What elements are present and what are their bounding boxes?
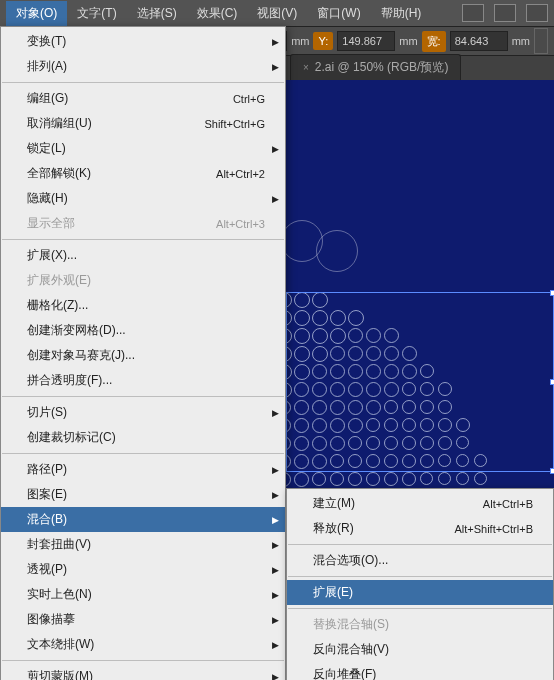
submenu-arrow-icon: ▶ xyxy=(272,540,279,550)
menu-shortcut: Alt+Ctrl+B xyxy=(483,498,533,510)
menu-shortcut: Alt+Ctrl+2 xyxy=(216,168,265,180)
menu-item-label: 路径(P) xyxy=(27,461,67,478)
menu-item[interactable]: 扩展(X)... xyxy=(1,243,285,268)
menu-item[interactable]: 创建对象马赛克(J)... xyxy=(1,343,285,368)
menu-item[interactable]: 混合(B)▶ xyxy=(1,507,285,532)
tab-title: 2.ai @ 150% (RGB/预览) xyxy=(315,59,449,76)
menu-item[interactable]: 隐藏(H)▶ xyxy=(1,186,285,211)
menu-item-label: 栅格化(Z)... xyxy=(27,297,88,314)
submenu-arrow-icon: ▶ xyxy=(272,465,279,475)
submenu-item-label: 扩展(E) xyxy=(313,584,353,601)
layout-icon[interactable] xyxy=(462,4,484,22)
menu-item[interactable]: 栅格化(Z)... xyxy=(1,293,285,318)
submenu-arrow-icon: ▶ xyxy=(272,640,279,650)
close-icon[interactable]: × xyxy=(303,62,309,73)
menu-shortcut: Ctrl+G xyxy=(233,93,265,105)
submenu-arrow-icon: ▶ xyxy=(272,515,279,525)
menu-shortcut: Alt+Ctrl+3 xyxy=(216,218,265,230)
menubar-item[interactable]: 窗口(W) xyxy=(307,1,370,26)
menu-item[interactable]: 创建渐变网格(D)... xyxy=(1,318,285,343)
menu-item-label: 透视(P) xyxy=(27,561,67,578)
menubar-item[interactable]: 视图(V) xyxy=(247,1,307,26)
chain-icon[interactable] xyxy=(534,28,548,54)
menu-item-label: 文本绕排(W) xyxy=(27,636,94,653)
menu-item[interactable]: 实时上色(N)▶ xyxy=(1,582,285,607)
menu-item-label: 切片(S) xyxy=(27,404,67,421)
submenu-item[interactable]: 释放(R)Alt+Shift+Ctrl+B xyxy=(287,516,553,541)
submenu-arrow-icon: ▶ xyxy=(272,615,279,625)
menu-item[interactable]: 剪切蒙版(M)▶ xyxy=(1,664,285,680)
menu-item[interactable]: 路径(P)▶ xyxy=(1,457,285,482)
menu-separator xyxy=(288,544,552,545)
object-menu: 变换(T)▶排列(A)▶编组(G)Ctrl+G取消编组(U)Shift+Ctrl… xyxy=(0,26,286,680)
menu-item: 扩展外观(E) xyxy=(1,268,285,293)
submenu-item[interactable]: 混合选项(O)... xyxy=(287,548,553,573)
menu-shortcut: Shift+Ctrl+G xyxy=(204,118,265,130)
menu-separator xyxy=(2,82,284,83)
menu-item-label: 全部解锁(K) xyxy=(27,165,91,182)
submenu-item[interactable]: 扩展(E) xyxy=(287,580,553,605)
menu-item[interactable]: 变换(T)▶ xyxy=(1,29,285,54)
menu-item-label: 锁定(L) xyxy=(27,140,66,157)
menu-item-label: 拼合透明度(F)... xyxy=(27,372,112,389)
menu-separator xyxy=(2,396,284,397)
menubar-item[interactable]: 效果(C) xyxy=(187,1,248,26)
submenu-arrow-icon: ▶ xyxy=(272,144,279,154)
menu-item[interactable]: 全部解锁(K)Alt+Ctrl+2 xyxy=(1,161,285,186)
submenu-item[interactable]: 建立(M)Alt+Ctrl+B xyxy=(287,491,553,516)
menu-item[interactable]: 图像描摹▶ xyxy=(1,607,285,632)
menu-item-label: 创建渐变网格(D)... xyxy=(27,322,126,339)
menu-item[interactable]: 封套扭曲(V)▶ xyxy=(1,532,285,557)
submenu-arrow-icon: ▶ xyxy=(272,194,279,204)
w-value[interactable]: 84.643 xyxy=(450,31,508,51)
selection-handle[interactable] xyxy=(550,290,554,296)
app-menubar: 对象(O)文字(T)选择(S)效果(C)视图(V)窗口(W)帮助(H) xyxy=(0,0,554,26)
menu-item[interactable]: 文本绕排(W)▶ xyxy=(1,632,285,657)
menu-item[interactable]: 取消编组(U)Shift+Ctrl+G xyxy=(1,111,285,136)
menu-item[interactable]: 切片(S)▶ xyxy=(1,400,285,425)
menu-item: 显示全部Alt+Ctrl+3 xyxy=(1,211,285,236)
menubar-item[interactable]: 选择(S) xyxy=(127,1,187,26)
menu-item-label: 隐藏(H) xyxy=(27,190,68,207)
submenu-arrow-icon: ▶ xyxy=(272,565,279,575)
menu-separator xyxy=(2,453,284,454)
menu-shortcut: Alt+Shift+Ctrl+B xyxy=(454,523,533,535)
menu-item[interactable]: 编组(G)Ctrl+G xyxy=(1,86,285,111)
doc-icon[interactable] xyxy=(494,4,516,22)
menubar-item[interactable]: 文字(T) xyxy=(67,1,126,26)
menu-item-label: 扩展外观(E) xyxy=(27,272,91,289)
menu-item[interactable]: 锁定(L)▶ xyxy=(1,136,285,161)
blend-submenu: 建立(M)Alt+Ctrl+B释放(R)Alt+Shift+Ctrl+B混合选项… xyxy=(286,488,554,680)
submenu-item[interactable]: 反向混合轴(V) xyxy=(287,637,553,662)
menu-item-label: 图案(E) xyxy=(27,486,67,503)
submenu-arrow-icon: ▶ xyxy=(272,37,279,47)
submenu-item-label: 反向混合轴(V) xyxy=(313,641,389,658)
menubar-right-icons xyxy=(462,4,548,22)
submenu-item-label: 混合选项(O)... xyxy=(313,552,388,569)
menu-item[interactable]: 创建裁切标记(C) xyxy=(1,425,285,450)
menu-separator xyxy=(2,239,284,240)
menu-item-label: 图像描摹 xyxy=(27,611,75,628)
menu-item[interactable]: 图案(E)▶ xyxy=(1,482,285,507)
submenu-arrow-icon: ▶ xyxy=(272,672,279,681)
menu-item[interactable]: 透视(P)▶ xyxy=(1,557,285,582)
menu-separator xyxy=(288,576,552,577)
menu-item-label: 剪切蒙版(M) xyxy=(27,668,93,680)
submenu-item-label: 替换混合轴(S) xyxy=(313,616,389,633)
submenu-item[interactable]: 反向堆叠(F) xyxy=(287,662,553,680)
menu-item[interactable]: 排列(A)▶ xyxy=(1,54,285,79)
menu-item-label: 变换(T) xyxy=(27,33,66,50)
submenu-item-label: 反向堆叠(F) xyxy=(313,666,376,680)
w-label: 宽: xyxy=(422,31,446,52)
menubar-item[interactable]: 帮助(H) xyxy=(371,1,432,26)
submenu-arrow-icon: ▶ xyxy=(272,590,279,600)
document-tab[interactable]: × 2.ai @ 150% (RGB/预览) xyxy=(290,54,461,80)
menu-item[interactable]: 拼合透明度(F)... xyxy=(1,368,285,393)
menu-item-label: 扩展(X)... xyxy=(27,247,77,264)
selection-handle[interactable] xyxy=(550,468,554,474)
menubar-item[interactable]: 对象(O) xyxy=(6,1,67,26)
y-value[interactable]: 149.867 xyxy=(337,31,395,51)
selection-handle[interactable] xyxy=(550,379,554,385)
menu-item-label: 取消编组(U) xyxy=(27,115,92,132)
arrange-icon[interactable] xyxy=(526,4,548,22)
